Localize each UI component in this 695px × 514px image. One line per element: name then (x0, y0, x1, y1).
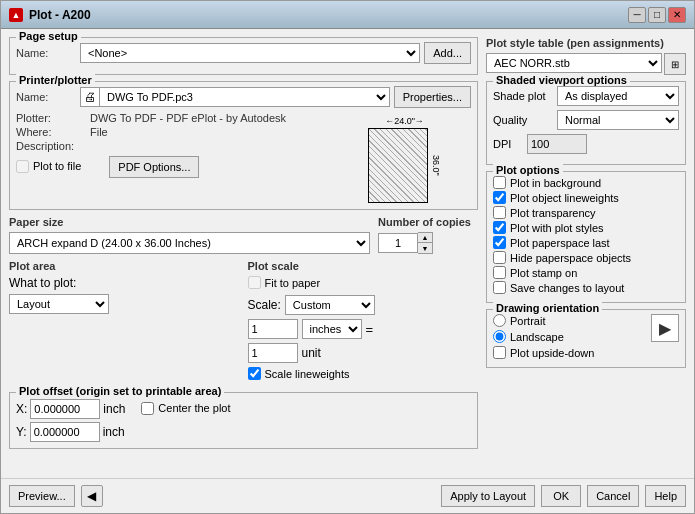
minimize-button[interactable]: ─ (628, 7, 646, 23)
what-to-plot-select[interactable]: Layout (9, 294, 109, 314)
quality-select[interactable]: Normal (557, 110, 679, 130)
maximize-button[interactable]: □ (648, 7, 666, 23)
scale-unit-row: unit (248, 343, 479, 363)
help-button[interactable]: Help (645, 485, 686, 507)
upside-down-label: Plot upside-down (510, 347, 594, 359)
apply-to-layout-button[interactable]: Apply to Layout (441, 485, 535, 507)
plot-area-title: Plot area (9, 260, 240, 272)
page-setup-group: Page setup Name: <None> Add... (9, 37, 478, 75)
plot-styles-checkbox[interactable] (493, 221, 506, 234)
scale-inches-input[interactable] (248, 319, 298, 339)
plot-transparency-checkbox[interactable] (493, 206, 506, 219)
drawing-orientation-group: Drawing orientation Portrait Landscape (486, 309, 686, 368)
where-row: Where: File (16, 126, 360, 138)
opt-save-changes: Save changes to layout (493, 281, 679, 294)
copies-title: Number of copies (378, 216, 478, 228)
description-label: Description: (16, 140, 86, 152)
close-button[interactable]: ✕ (668, 7, 686, 23)
hide-paperspace-checkbox[interactable] (493, 251, 506, 264)
x-input[interactable] (30, 399, 100, 419)
printer-plotter-group: Printer/plotter Name: 🖨 DWG To PDF.pc3 P… (9, 81, 478, 210)
preview-hatch (369, 129, 427, 202)
scale-lineweights-checkbox[interactable] (248, 367, 261, 380)
save-changes-checkbox[interactable] (493, 281, 506, 294)
plot-to-file-checkbox-row: Plot to file (16, 160, 81, 173)
ok-button[interactable]: OK (541, 485, 581, 507)
pdf-options-button[interactable]: PDF Options... (109, 156, 199, 178)
opt-plot-background: Plot in background (493, 176, 679, 189)
plot-background-label: Plot in background (510, 177, 601, 189)
plot-scale-section: Plot scale Fit to paper Scale: Custom (248, 260, 479, 382)
plot-paperspace-checkbox[interactable] (493, 236, 506, 249)
bottom-right: Apply to Layout OK Cancel Help (441, 485, 686, 507)
page-setup-select[interactable]: <None> (80, 43, 420, 63)
plot-style-select[interactable]: AEC NORR.stb (486, 53, 662, 73)
cancel-button[interactable]: Cancel (587, 485, 639, 507)
copies-decrement[interactable]: ▼ (418, 243, 432, 253)
save-changes-label: Save changes to layout (510, 282, 624, 294)
portrait-radio[interactable] (493, 314, 506, 327)
scale-select-row: Scale: Custom (248, 295, 479, 315)
window-controls: ─ □ ✕ (628, 7, 686, 23)
hide-paperspace-label: Hide paperspace objects (510, 252, 631, 264)
shade-plot-select[interactable]: As displayed (557, 86, 679, 106)
y-label: Y: (16, 425, 27, 439)
landscape-radio[interactable] (493, 330, 506, 343)
paper-size-select[interactable]: ARCH expand D (24.00 x 36.00 Inches) (9, 232, 370, 254)
title-bar: ▲ Plot - A200 ─ □ ✕ (1, 1, 694, 29)
orientation-content: Portrait Landscape Plot upside-down ▶ (493, 314, 679, 361)
plot-to-file-checkbox (16, 160, 29, 173)
scale-label: Scale: (248, 298, 281, 312)
upside-down-checkbox[interactable] (493, 346, 506, 359)
scale-inches-row: inches = (248, 319, 479, 339)
preview-button[interactable]: Preview... (9, 485, 75, 507)
quality-label: Quality (493, 114, 553, 126)
where-value: File (90, 126, 108, 138)
pen-assignments-button[interactable]: ⊞ (664, 53, 686, 75)
portrait-row: Portrait (493, 314, 594, 327)
unit-label: unit (302, 346, 321, 360)
orientation-radios: Portrait Landscape Plot upside-down (493, 314, 594, 361)
preview-dim-top: ←24.0"→ (368, 116, 441, 126)
landscape-label: Landscape (510, 331, 564, 343)
landscape-arrow-icon: ▶ (659, 319, 671, 338)
preview-with-dim: 36.0" (368, 128, 441, 203)
copies-input[interactable] (378, 233, 418, 253)
properties-button[interactable]: Properties... (394, 86, 471, 108)
orientation-icon[interactable]: ▶ (651, 314, 679, 342)
printer-select[interactable]: DWG To PDF.pc3 (99, 87, 390, 107)
add-button[interactable]: Add... (424, 42, 471, 64)
scale-unit-input[interactable] (248, 343, 298, 363)
scale-select[interactable]: Custom (285, 295, 375, 315)
window-title: Plot - A200 (29, 8, 91, 22)
inches-unit-select[interactable]: inches (302, 319, 362, 339)
printer-name-label: Name: (16, 91, 76, 103)
center-plot-checkbox[interactable] (141, 402, 154, 415)
description-row: Description: (16, 140, 360, 152)
shaded-viewport-group: Shaded viewport options Shade plot As di… (486, 81, 686, 165)
dpi-label: DPI (493, 138, 523, 150)
plot-file-row: Plot to file PDF Options... (16, 156, 360, 178)
plot-offset-label: Plot offset (origin set to printable are… (16, 385, 224, 397)
drawing-orientation-label: Drawing orientation (493, 302, 602, 314)
copies-increment[interactable]: ▲ (418, 233, 432, 243)
plot-background-checkbox[interactable] (493, 176, 506, 189)
plot-transparency-label: Plot transparency (510, 207, 596, 219)
plot-style-title: Plot style table (pen assignments) (486, 37, 686, 49)
app-icon: ▲ (9, 8, 23, 22)
plot-lineweights-checkbox[interactable] (493, 191, 506, 204)
y-offset-row: Y: inch (16, 422, 471, 442)
y-unit: inch (103, 425, 125, 439)
bottom-left: Preview... ◀ (9, 485, 103, 507)
nav-button[interactable]: ◀ (81, 485, 103, 507)
paper-size-section: Paper size ARCH expand D (24.00 x 36.00 … (9, 216, 370, 254)
plot-stamp-checkbox[interactable] (493, 266, 506, 279)
printer-select-wrapper: 🖨 DWG To PDF.pc3 (80, 87, 390, 107)
copies-spinbox-buttons: ▲ ▼ (418, 232, 433, 254)
left-panel: Page setup Name: <None> Add... Printer/p… (9, 37, 478, 470)
quality-row: Quality Normal (493, 110, 679, 130)
plot-scale-title: Plot scale (248, 260, 479, 272)
shaded-viewport-label: Shaded viewport options (493, 74, 630, 86)
y-input[interactable] (30, 422, 100, 442)
plot-stamp-label: Plot stamp on (510, 267, 577, 279)
